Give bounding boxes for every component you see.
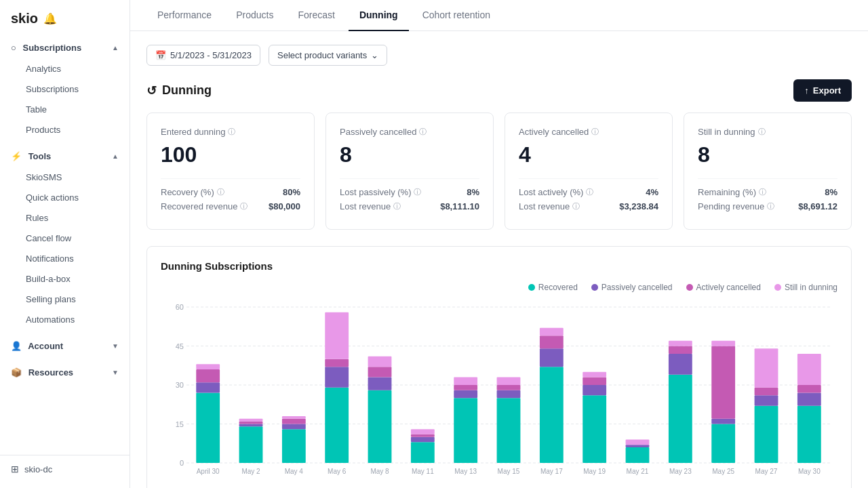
subscriptions-icon: ○ xyxy=(11,43,16,53)
product-filter-chevron: ⌄ xyxy=(371,50,378,60)
svg-rect-22 xyxy=(282,419,306,424)
passive-info-icon[interactable]: ⓘ xyxy=(419,127,427,137)
skiosms-item[interactable]: SkioSMS xyxy=(4,167,125,187)
quick-actions-item[interactable]: Quick actions xyxy=(4,188,125,207)
content-area: 📅 5/1/2023 - 5/31/2023 Select product va… xyxy=(130,31,868,488)
svg-text:30: 30 xyxy=(176,381,184,389)
date-range-filter[interactable]: 📅 5/1/2023 - 5/31/2023 xyxy=(146,45,260,66)
sidebar-section-header-resources[interactable]: 📦 Resources ▼ xyxy=(0,362,130,383)
lost-passively-info-icon[interactable]: ⓘ xyxy=(414,187,421,197)
filters-row: 📅 5/1/2023 - 5/31/2023 Select product va… xyxy=(146,45,852,66)
tab-bar: Performance Products Forecast Dunning Co… xyxy=(130,0,868,31)
card-entered-value: 100 xyxy=(161,142,300,167)
card-divider xyxy=(161,178,300,179)
svg-text:60: 60 xyxy=(176,303,184,311)
card-still-label: Still in dunning ⓘ xyxy=(698,127,837,137)
card-actively-cancelled: Actively cancelled ⓘ 4 Lost actively (%)… xyxy=(505,113,673,230)
card-divider-4 xyxy=(698,178,837,179)
card-still-label-text: Still in dunning xyxy=(698,127,755,137)
export-button[interactable]: ↑ Export xyxy=(793,79,852,102)
lost-revenue-passive-info-icon[interactable]: ⓘ xyxy=(393,201,401,211)
workspace-label: skio-dc xyxy=(24,464,52,474)
product-variants-filter[interactable]: Select product variants ⌄ xyxy=(269,45,387,66)
svg-text:May 4: May 4 xyxy=(285,468,304,475)
svg-rect-45 xyxy=(497,398,521,463)
lost-revenue-active-info-icon[interactable]: ⓘ xyxy=(572,201,580,211)
build-a-box-item[interactable]: Build-a-box xyxy=(4,269,125,289)
selling-plans-item[interactable]: Selling plans xyxy=(4,289,125,309)
tab-products[interactable]: Products xyxy=(225,0,284,31)
sidebar-section-resources: 📦 Resources ▼ xyxy=(0,359,130,386)
legend-recovered: Recovered xyxy=(528,283,578,292)
card-entered-label: Entered dunning ⓘ xyxy=(161,127,300,137)
card-stat-recovery: Recovery (%) ⓘ 80% xyxy=(161,187,300,197)
card-stat-lost-revenue-passive: Lost revenue ⓘ $8,111.10 xyxy=(340,201,479,211)
notifications-item[interactable]: Notifications xyxy=(4,249,125,268)
svg-rect-61 xyxy=(626,445,650,447)
remaining-info-icon[interactable]: ⓘ xyxy=(759,187,766,197)
analytics-item[interactable]: Analytics xyxy=(4,59,125,79)
resources-section-label: Resources xyxy=(28,367,73,378)
svg-text:May 25: May 25 xyxy=(712,468,734,475)
svg-rect-35 xyxy=(411,442,435,463)
card-divider-3 xyxy=(519,178,658,179)
sidebar-section-header-subscriptions[interactable]: ○ Subscriptions ▲ xyxy=(0,37,130,58)
tab-performance[interactable]: Performance xyxy=(146,0,222,31)
svg-rect-58 xyxy=(583,372,606,378)
svg-rect-52 xyxy=(540,336,564,348)
notification-icon[interactable]: 🔔 xyxy=(43,12,57,25)
svg-rect-40 xyxy=(454,398,477,463)
svg-rect-70 xyxy=(711,419,735,424)
lost-passively-label: Lost passively (%) ⓘ xyxy=(340,187,421,197)
card-still-in-dunning: Still in dunning ⓘ 8 Remaining (%) ⓘ 8% … xyxy=(684,113,852,230)
tab-forecast[interactable]: Forecast xyxy=(287,0,345,31)
sidebar-footer[interactable]: ⊞ skio-dc xyxy=(0,455,130,483)
export-label: Export xyxy=(813,85,841,96)
sidebar-section-header-tools[interactable]: ⚡ Tools ▲ xyxy=(0,146,130,167)
legend-dot-still xyxy=(774,284,781,291)
entered-info-icon[interactable]: ⓘ xyxy=(228,127,235,137)
svg-rect-42 xyxy=(454,385,477,390)
svg-rect-18 xyxy=(239,419,263,422)
active-info-icon[interactable]: ⓘ xyxy=(591,127,599,137)
automations-item[interactable]: Automations xyxy=(4,310,125,329)
lost-actively-info-icon[interactable]: ⓘ xyxy=(586,187,593,197)
svg-rect-46 xyxy=(497,390,521,399)
account-section-label: Account xyxy=(28,341,63,351)
subscriptions-item[interactable]: Subscriptions xyxy=(4,79,125,99)
lost-revenue-passive-label: Lost revenue ⓘ xyxy=(340,201,401,211)
products-item[interactable]: Products xyxy=(4,120,125,140)
recovery-info-icon[interactable]: ⓘ xyxy=(217,187,224,197)
svg-rect-28 xyxy=(325,312,349,359)
svg-text:45: 45 xyxy=(176,342,184,350)
tab-cohort-retention[interactable]: Cohort retention xyxy=(412,0,501,31)
still-info-icon[interactable]: ⓘ xyxy=(758,127,766,137)
dunning-section-icon: ↺ xyxy=(146,83,157,98)
tab-dunning[interactable]: Dunning xyxy=(349,0,409,31)
svg-rect-55 xyxy=(583,395,606,463)
calendar-icon: 📅 xyxy=(155,50,166,60)
sidebar-logo: skio 🔔 xyxy=(0,0,130,35)
svg-text:15: 15 xyxy=(176,420,184,428)
table-item[interactable]: Table xyxy=(4,100,125,119)
card-stat-lost-passively: Lost passively (%) ⓘ 8% xyxy=(340,187,479,197)
svg-text:May 11: May 11 xyxy=(412,468,434,475)
recovered-revenue-info-icon[interactable]: ⓘ xyxy=(240,201,248,211)
rules-item[interactable]: Rules xyxy=(4,208,125,228)
svg-text:May 30: May 30 xyxy=(798,468,821,475)
svg-rect-11 xyxy=(196,382,220,392)
legend-still-in-dunning: Still in dunning xyxy=(774,283,837,292)
sidebar-section-header-account[interactable]: 👤 Account ▼ xyxy=(0,336,130,357)
recovery-value: 80% xyxy=(283,187,300,197)
svg-rect-60 xyxy=(626,447,650,463)
card-active-value: 4 xyxy=(519,142,658,167)
lost-revenue-active-label: Lost revenue ⓘ xyxy=(519,201,580,211)
sidebar-section-subscriptions: ○ Subscriptions ▲ Analytics Subscription… xyxy=(0,35,130,143)
svg-rect-15 xyxy=(239,426,263,463)
legend-dot-passively xyxy=(591,284,598,291)
cancel-flow-item[interactable]: Cancel flow xyxy=(4,228,125,248)
pending-revenue-info-icon[interactable]: ⓘ xyxy=(767,201,774,211)
svg-rect-48 xyxy=(497,378,521,386)
legend-label-passively: Passively cancelled xyxy=(601,283,673,292)
lost-passively-value: 8% xyxy=(467,187,479,197)
